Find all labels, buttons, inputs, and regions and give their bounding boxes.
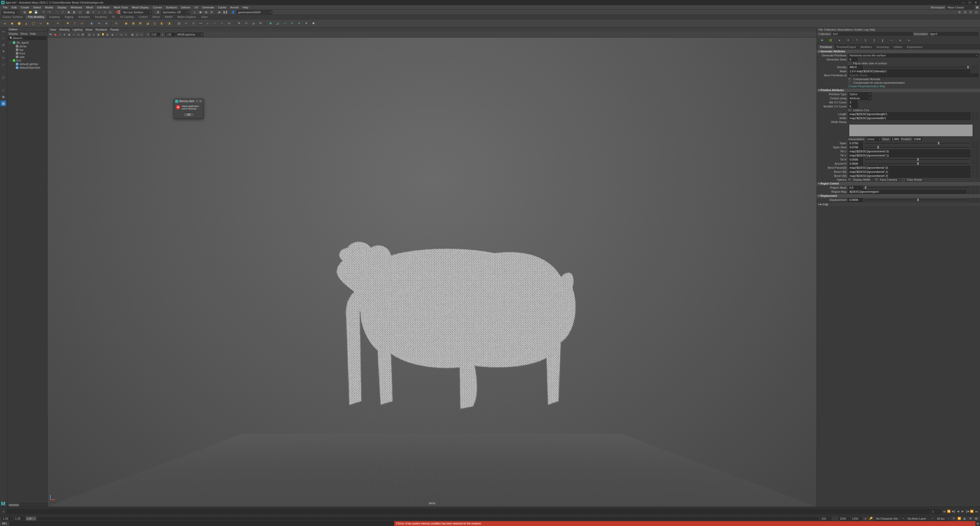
- mask-chip[interactable]: [972, 70, 974, 73]
- menu-uv[interactable]: UV: [193, 6, 200, 9]
- shelf-tab-curves[interactable]: Curves / Surfaces: [0, 15, 25, 19]
- aroundn-chip[interactable]: [972, 162, 974, 165]
- xgen-bend-icon[interactable]: 〰: [888, 37, 894, 43]
- outliner-menu-show[interactable]: Show: [21, 32, 27, 35]
- tiltv-expr-icon[interactable]: [976, 154, 978, 157]
- shelf-tab-xgen[interactable]: XGen: [199, 15, 210, 19]
- redo-icon[interactable]: ↷: [47, 10, 52, 14]
- minimize-button[interactable]: —: [962, 1, 965, 4]
- menu-windows[interactable]: Windows: [69, 6, 84, 9]
- vp-menu-panels[interactable]: Panels: [109, 28, 120, 31]
- poke-icon[interactable]: ⊹: [243, 21, 249, 26]
- ae-menu-log[interactable]: Log: [864, 28, 868, 31]
- bendv-chip[interactable]: [972, 175, 974, 177]
- section-displacement[interactable]: Displacement: [817, 194, 980, 198]
- xgen-sculpt-icon[interactable]: ⇡: [854, 37, 860, 43]
- toggle-tool-icon[interactable]: ⊟: [963, 10, 967, 14]
- lasso-tool-icon[interactable]: ◌: [0, 35, 6, 41]
- close-button[interactable]: ✕: [975, 1, 977, 4]
- menu-mesh[interactable]: Mesh: [84, 6, 94, 9]
- pause-icon[interactable]: ❚❚: [223, 10, 228, 14]
- outliner-item[interactable]: ▾fur2: [7, 59, 47, 62]
- density-slider[interactable]: [865, 67, 969, 67]
- flip-checkbox[interactable]: [848, 62, 851, 65]
- ae-tab-preview[interactable]: Preview/Output: [835, 44, 858, 49]
- construction-history-icon[interactable]: ⎌: [192, 10, 197, 14]
- menu-select[interactable]: Select: [32, 6, 43, 9]
- save-scene-icon[interactable]: 💾: [34, 10, 38, 14]
- width-ramp[interactable]: [849, 124, 973, 137]
- regionmap-expr-icon[interactable]: [976, 191, 978, 193]
- quad-draw-icon[interactable]: ▧: [176, 21, 182, 26]
- booleans-icon[interactable]: ◪: [145, 21, 150, 26]
- range-start-field[interactable]: 1.25: [14, 517, 25, 520]
- time-track[interactable]: [6, 509, 930, 514]
- shelf-tab-fx[interactable]: FX: [109, 15, 118, 19]
- comp-uneven-checkbox[interactable]: [848, 81, 851, 84]
- vp-menu-lighting[interactable]: Lighting: [72, 28, 83, 31]
- ipr-render-icon[interactable]: ▤: [204, 10, 208, 14]
- shelf-tab-mash[interactable]: MASH: [162, 15, 175, 19]
- current-frame-field[interactable]: 1: [931, 509, 941, 514]
- vp-motion-blur-icon[interactable]: 〰: [115, 32, 119, 37]
- step-fwd-key-button[interactable]: ⏩: [970, 509, 974, 513]
- menu-deform[interactable]: Deform: [180, 6, 192, 9]
- xgen-orient-icon[interactable]: ⤨: [897, 37, 903, 43]
- step-back-button[interactable]: ◀❙: [951, 509, 956, 513]
- ae-tab-utilities[interactable]: Utilities: [891, 44, 904, 49]
- mask-expr-icon[interactable]: [976, 70, 978, 73]
- moduleset-dropdown[interactable]: Modeling: [2, 10, 19, 14]
- menu-editmesh[interactable]: Edit Mesh: [95, 6, 111, 9]
- menu-file[interactable]: File: [2, 6, 9, 9]
- dialog-help-button[interactable]: ?: [195, 100, 199, 103]
- crease-icon[interactable]: ⫴: [219, 21, 225, 26]
- poly-cone-icon[interactable]: ▲: [24, 21, 29, 26]
- xgen-brush-icon[interactable]: 🖌: [275, 21, 280, 26]
- open-script-editor-icon[interactable]: ▤: [975, 521, 980, 526]
- ae-tab-modifiers[interactable]: Modifiers: [859, 44, 874, 49]
- bendu-chip[interactable]: [972, 170, 974, 173]
- sculpt-icon[interactable]: ✎: [236, 21, 242, 26]
- range-start-outer-field[interactable]: 1.25: [2, 517, 13, 520]
- vp-lights-icon[interactable]: 💡: [101, 32, 105, 37]
- disp-slider[interactable]: [865, 200, 969, 200]
- interp-dropdown[interactable]: Linear: [866, 137, 881, 141]
- loop-icon[interactable]: ↻: [951, 516, 956, 521]
- tiltv-field[interactable]: map('${DESC}/groom/orient/',1): [848, 154, 970, 157]
- xgen-update-icon[interactable]: 👁: [819, 37, 825, 43]
- extrude-icon[interactable]: ▣: [123, 21, 129, 26]
- rotate-tool-icon[interactable]: ↻: [0, 55, 6, 61]
- prefs-icon[interactable]: ⚙: [968, 516, 973, 521]
- opt-tubeshade-checkbox[interactable]: [902, 178, 905, 181]
- tiltu-chip[interactable]: [972, 150, 974, 153]
- outliner-item[interactable]: top: [7, 48, 47, 52]
- audio-icon[interactable]: 🔈: [963, 516, 967, 521]
- xgen-export-icon[interactable]: ✶: [296, 21, 302, 26]
- vp-select-camera-icon[interactable]: 📷: [49, 32, 52, 37]
- taper-chip[interactable]: [972, 142, 974, 145]
- opt-displaywidth-checkbox[interactable]: [848, 178, 851, 181]
- bendp-expr-icon[interactable]: [976, 167, 978, 169]
- tiltu-expr-icon[interactable]: [976, 150, 978, 153]
- triangulate-icon[interactable]: ◨: [166, 21, 172, 26]
- bendp-chip[interactable]: [972, 167, 974, 169]
- time-menu-icon[interactable]: ≡: [2, 509, 6, 513]
- ae-tab-primitives[interactable]: Primitives: [818, 44, 834, 49]
- separate-icon[interactable]: ⊘: [113, 21, 119, 26]
- taper-slider[interactable]: [865, 143, 969, 143]
- section-log[interactable]: ▸ Log: [817, 202, 980, 206]
- regionmask-field[interactable]: 0.0: [848, 186, 863, 189]
- outliner-scrollbar[interactable]: [7, 503, 47, 507]
- density-field[interactable]: 400.0: [848, 65, 863, 69]
- tiltn-field[interactable]: 0.0000: [848, 158, 863, 161]
- mask-field[interactable]: 1.0 # map('${DESC}/density/'): [848, 70, 970, 73]
- menu-cache[interactable]: Cache: [216, 6, 228, 9]
- section-generator[interactable]: Generator Attributes: [817, 49, 980, 53]
- bendv-field[interactable]: map('${DESC}/groom/bend/',2): [848, 174, 970, 178]
- shelf-tab-motiongraphics[interactable]: Motion Graphics: [175, 15, 199, 19]
- ae-menu-help[interactable]: Help: [869, 28, 875, 31]
- width-expr-icon[interactable]: [976, 117, 978, 119]
- vp-shaded-icon[interactable]: ●: [92, 32, 96, 37]
- density-chip[interactable]: [972, 66, 974, 68]
- rampval-field[interactable]: 1.000: [891, 137, 900, 141]
